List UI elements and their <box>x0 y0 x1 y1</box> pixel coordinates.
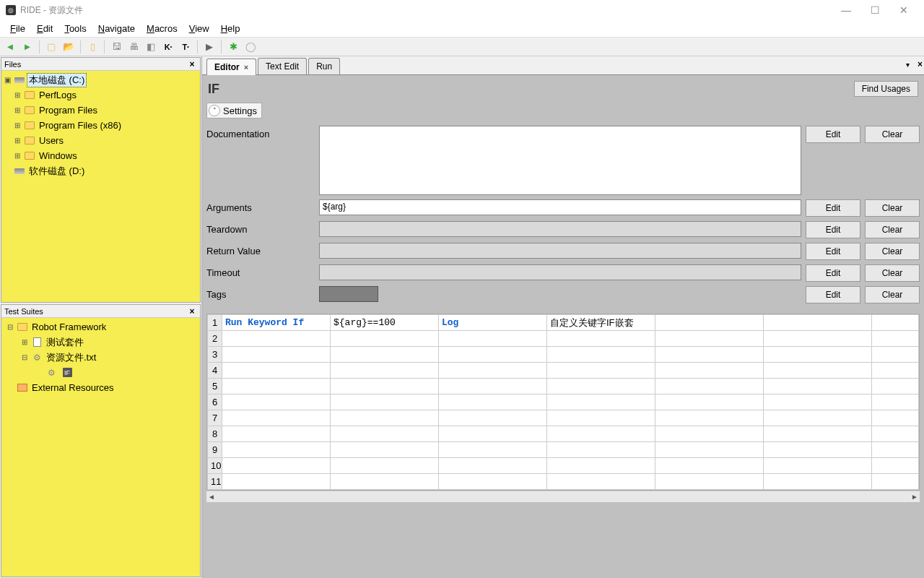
tabs-close-icon[interactable]: × <box>918 59 923 69</box>
find-usages-button[interactable]: Find Usages <box>854 81 918 97</box>
window-title: RIDE - 资源文件 <box>20 4 832 17</box>
arguments-field[interactable]: ${arg} <box>319 199 801 215</box>
editor-tab-bar: Editor× Text Edit Run ▾ × <box>202 56 924 75</box>
horizontal-scrollbar[interactable]: ◄► <box>206 491 920 502</box>
tree-root-folder[interactable]: ⊟ Robot Framework <box>3 319 199 335</box>
table-row[interactable]: 5 <box>208 379 919 394</box>
teardown-field[interactable] <box>319 221 801 237</box>
keyword-grid[interactable]: 1Run Keyword If${arg}==100Log自定义关键字IF嵌套2… <box>206 314 920 491</box>
file-icon[interactable]: ▯ <box>85 40 100 54</box>
tree-keyword-if[interactable]: ⚙ IF <box>3 365 199 380</box>
menu-navigate[interactable]: Navigate <box>92 22 141 35</box>
save-icon[interactable]: 🖫 <box>109 40 123 54</box>
tree-drive-c[interactable]: ▣ 本地磁盘 (C:) <box>3 72 199 87</box>
tree-folder[interactable]: ⊞ Users <box>3 133 199 148</box>
teardown-edit-button[interactable]: Edit <box>806 221 860 238</box>
testcase-icon[interactable]: T• <box>178 40 193 54</box>
close-icon[interactable]: × <box>244 63 248 72</box>
titlebar: ◎ RIDE - 资源文件 — ☐ ✕ <box>0 0 924 20</box>
arguments-edit-button[interactable]: Edit <box>806 199 860 217</box>
minimize-button[interactable]: — <box>832 1 860 19</box>
documentation-edit-button[interactable]: Edit <box>806 126 860 143</box>
suites-tree[interactable]: ⊟ Robot Framework ⊞ 测试套件 ⊟⚙ 资源文件.txt ⚙ I… <box>1 318 200 577</box>
teardown-clear-button[interactable]: Clear <box>865 221 920 238</box>
debug-icon[interactable]: ✱ <box>226 40 240 54</box>
menu-macros[interactable]: Macros <box>141 22 183 35</box>
suites-panel-title: Test Suites <box>4 307 43 316</box>
tab-text-edit[interactable]: Text Edit <box>258 58 307 74</box>
tree-folder[interactable]: ⊞ Program Files <box>3 103 199 118</box>
files-panel-close[interactable]: × <box>187 59 197 69</box>
table-row[interactable]: 9 <box>208 442 919 458</box>
files-panel-title: Files <box>4 60 21 69</box>
return-value-field[interactable] <box>319 243 801 259</box>
tree-resource[interactable]: ⊟⚙ 资源文件.txt <box>3 350 199 365</box>
tags-field[interactable] <box>319 286 378 302</box>
gear-icon: ⚙ <box>45 368 57 378</box>
files-tree[interactable]: ▣ 本地磁盘 (C:) ⊞ PerfLogs ⊞ Program Files ⊞… <box>1 71 200 302</box>
label-teardown: Teardown <box>206 221 315 235</box>
stop-icon[interactable]: ◯ <box>243 40 258 54</box>
chevron-up-icon: ˄ <box>209 105 220 116</box>
new-icon[interactable]: ▢ <box>44 40 58 54</box>
gear-icon: ⚙ <box>31 353 43 363</box>
tree-folder[interactable]: ⊞ PerfLogs <box>3 87 199 103</box>
menu-edit[interactable]: Edit <box>31 22 58 35</box>
label-tags: Tags <box>206 286 315 300</box>
timeout-field[interactable] <box>319 264 801 280</box>
editor-area: IF Find Usages ˄ Settings Documentation … <box>202 75 924 578</box>
open-icon[interactable]: 📂 <box>61 40 76 54</box>
run-icon[interactable]: ▶ <box>202 40 217 54</box>
label-timeout: Timeout <box>206 264 315 278</box>
keyword-icon: IF <box>63 368 72 377</box>
menubar: File Edit Tools Navigate Macros View Hel… <box>0 20 924 38</box>
menu-help[interactable]: Help <box>215 22 246 35</box>
return-value-edit-button[interactable]: Edit <box>806 243 860 260</box>
label-documentation: Documentation <box>206 126 315 139</box>
close-button[interactable]: ✕ <box>889 1 918 19</box>
documentation-clear-button[interactable]: Clear <box>865 126 920 143</box>
preview-icon[interactable]: ◧ <box>144 40 158 54</box>
menu-view[interactable]: View <box>183 22 215 35</box>
table-row[interactable]: 11 <box>208 474 919 490</box>
table-row[interactable]: 1Run Keyword If${arg}==100Log自定义关键字IF嵌套 <box>208 315 919 331</box>
tree-suite[interactable]: ⊞ 测试套件 <box>3 335 199 350</box>
table-row[interactable]: 7 <box>208 410 919 426</box>
tags-clear-button[interactable]: Clear <box>865 286 920 303</box>
label-return-value: Return Value <box>206 243 315 256</box>
table-row[interactable]: 8 <box>208 426 919 442</box>
tab-editor[interactable]: Editor× <box>206 59 256 75</box>
timeout-clear-button[interactable]: Clear <box>865 264 920 282</box>
maximize-button[interactable]: ☐ <box>860 1 889 19</box>
tags-edit-button[interactable]: Edit <box>806 286 860 303</box>
tree-drive-d[interactable]: 软件磁盘 (D:) <box>3 163 199 178</box>
forward-icon[interactable]: ► <box>20 40 35 54</box>
tab-run[interactable]: Run <box>308 58 340 74</box>
menu-file[interactable]: File <box>4 22 31 35</box>
suites-panel: Test Suites × ⊟ Robot Framework ⊞ 测试套件 ⊟… <box>1 304 201 577</box>
files-panel: Files × ▣ 本地磁盘 (C:) ⊞ PerfLogs ⊞ Program… <box>1 57 201 303</box>
label-arguments: Arguments <box>206 199 315 213</box>
keyword-title: IF <box>208 82 219 97</box>
settings-toggle[interactable]: ˄ Settings <box>206 103 262 118</box>
return-value-clear-button[interactable]: Clear <box>865 243 920 260</box>
tree-folder[interactable]: ⊞ Program Files (x86) <box>3 118 199 133</box>
menu-tools[interactable]: Tools <box>58 22 92 35</box>
tree-folder[interactable]: ⊞ Windows <box>3 148 199 163</box>
table-row[interactable]: 6 <box>208 394 919 410</box>
table-row[interactable]: 3 <box>208 347 919 363</box>
tree-external-resources[interactable]: External Resources <box>3 380 199 395</box>
arguments-clear-button[interactable]: Clear <box>865 199 920 217</box>
tab-overflow-icon[interactable]: ▾ <box>906 61 910 69</box>
table-row[interactable]: 2 <box>208 331 919 347</box>
back-icon[interactable]: ◄ <box>3 40 17 54</box>
table-row[interactable]: 10 <box>208 458 919 474</box>
keyword-icon[interactable]: K• <box>161 40 175 54</box>
documentation-field[interactable] <box>319 126 801 195</box>
print-icon[interactable]: 🖶 <box>126 40 141 54</box>
toolbar: ◄ ► ▢ 📂 ▯ 🖫 🖶 ◧ K• T• ▶ ✱ ◯ <box>0 38 924 56</box>
app-icon: ◎ <box>6 5 16 15</box>
table-row[interactable]: 4 <box>208 363 919 379</box>
suites-panel-close[interactable]: × <box>187 306 197 316</box>
timeout-edit-button[interactable]: Edit <box>806 264 860 282</box>
